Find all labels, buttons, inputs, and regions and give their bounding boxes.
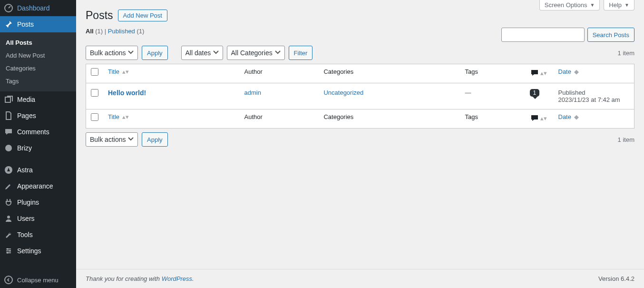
author-link[interactable]: admin [244,89,261,96]
search-input[interactable] [501,28,585,42]
col-date[interactable]: Date ◆ [558,68,579,75]
submenu-tags[interactable]: Tags [0,75,76,88]
collapse-icon [4,275,13,285]
posts-table: Title ▴▾ Author Categories Tags ▴▾ Date … [86,64,634,129]
menu-plugins[interactable]: Plugins [0,194,76,210]
admin-sidebar: Dashboard Posts All Posts Add New Post C… [0,0,76,288]
menu-label: Appearance [17,182,53,190]
bulk-actions-select[interactable]: Bulk actions [86,46,138,60]
posts-submenu: All Posts Add New Post Categories Tags [0,32,76,91]
menu-settings[interactable]: Settings [0,243,76,259]
menu-label: Pages [17,112,36,119]
menu-label: Plugins [17,199,39,206]
sort-icon: ▴▾ [120,68,129,75]
menu-label: Posts [17,20,34,28]
brizy-icon [4,143,13,153]
bulk-actions-select-bottom[interactable]: Bulk actions [86,132,138,147]
comment-count[interactable]: 1 [530,89,540,97]
menu-astra[interactable]: Astra [0,162,76,178]
menu-dashboard[interactable]: Dashboard [0,0,76,16]
svg-rect-1 [5,97,10,102]
menu-label: Tools [17,231,33,238]
col-tags: Tags [460,64,525,83]
svg-point-6 [10,250,11,252]
select-all-checkbox-bottom[interactable] [91,113,98,121]
menu-comments[interactable]: Comments [0,124,76,140]
date-filter-select[interactable]: All dates [181,46,223,60]
top-bar: Screen Options▼ Help▼ [539,0,634,10]
dashboard-icon [4,3,13,13]
help-button[interactable]: Help▼ [604,0,634,10]
collapse-menu[interactable]: Collapse menu [0,272,76,288]
filter-button[interactable]: Filter [289,46,313,60]
wrench-icon [4,230,13,239]
item-count-top: 1 item [618,50,634,57]
col-title[interactable]: Title ▴▾ [108,113,129,120]
menu-appearance[interactable]: Appearance [0,178,76,194]
tags-cell: — [460,83,525,109]
date-cell: Published2023/11/23 at 7:42 am [554,83,634,109]
page-title: Posts [86,9,113,22]
brush-icon [4,181,13,191]
menu-label: Brizy [17,144,32,152]
menu-pages[interactable]: Pages [0,108,76,124]
apply-button-bottom[interactable]: Apply [142,132,168,147]
content-area: Screen Options▼ Help▼ Posts Add New Post… [76,0,644,288]
add-new-post-button[interactable]: Add New Post [118,10,167,21]
menu-label: Settings [17,247,41,255]
col-title[interactable]: Title ▴▾ [108,68,129,75]
menu-label: Astra [17,166,33,174]
menu-posts[interactable]: Posts [0,16,76,32]
view-filters: All (1) | Published (1) [86,28,501,35]
search-box: Search Posts [501,28,634,42]
comment-icon [4,127,13,137]
settings-icon [4,246,13,256]
comment-column-icon[interactable]: ▴▾ [530,113,547,123]
apply-button-top[interactable]: Apply [142,46,168,60]
menu-label: Comments [17,128,49,136]
submenu-categories[interactable]: Categories [0,62,76,75]
pages-icon [4,111,13,120]
item-count-bottom: 1 item [618,136,634,143]
sort-icon: ◆ [572,68,579,75]
svg-point-8 [5,276,12,284]
view-published[interactable]: Published (1) [108,28,145,35]
media-icon [4,95,13,104]
menu-label: Users [17,215,35,222]
svg-point-2 [5,145,12,151]
category-link[interactable]: Uncategorized [323,89,363,96]
sort-icon: ▴▾ [540,70,547,77]
svg-point-7 [7,252,9,254]
category-filter-select[interactable]: All Categories [227,46,285,60]
col-author: Author [240,64,319,83]
chevron-down-icon: ▼ [590,2,595,8]
search-button[interactable]: Search Posts [587,28,634,42]
menu-brizy[interactable]: Brizy [0,140,76,156]
col-author: Author [240,109,319,129]
admin-footer: Thank you for creating with WordPress. V… [76,269,644,288]
menu-label: Dashboard [17,4,50,12]
submenu-add-new[interactable]: Add New Post [0,49,76,62]
select-all-checkbox-top[interactable] [91,68,98,76]
menu-tools[interactable]: Tools [0,227,76,243]
col-date[interactable]: Date ◆ [558,113,579,120]
collapse-label: Collapse menu [17,277,59,284]
submenu-all-posts[interactable]: All Posts [0,36,76,49]
version-text: Version 6.4.2 [598,275,634,282]
menu-media[interactable]: Media [0,91,76,108]
view-all[interactable]: All (1) [86,28,103,35]
row-checkbox[interactable] [91,89,98,97]
menu-label: Media [17,96,35,103]
menu-users[interactable]: Users [0,210,76,227]
col-categories: Categories [319,64,460,83]
comment-column-icon[interactable]: ▴▾ [530,68,547,78]
table-row: Hello world! admin Uncategorized — 1 Pub… [86,83,634,109]
pin-icon [4,20,13,29]
svg-point-5 [7,248,9,250]
astra-icon [4,165,13,175]
svg-point-4 [7,216,10,218]
screen-options-button[interactable]: Screen Options▼ [539,0,600,10]
post-title-link[interactable]: Hello world! [108,89,146,97]
wordpress-link[interactable]: WordPress [162,275,192,282]
chevron-down-icon: ▼ [624,2,629,8]
